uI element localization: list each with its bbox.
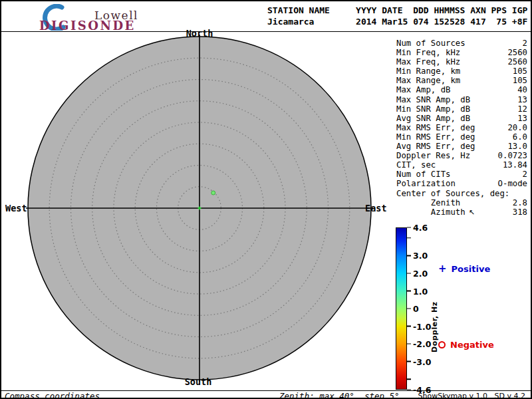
colorbar-tick-line <box>407 291 411 292</box>
colorbar-tick: 0 <box>407 304 419 314</box>
colorbar-tick-label: -2.0 <box>413 339 431 349</box>
legend-negative-label: Negative <box>450 340 494 350</box>
colorbar-tick: -3.0 <box>407 356 431 366</box>
colorbar-tick: -2.0 <box>407 339 431 349</box>
colorbar-tick-label: 3.0 <box>413 251 428 261</box>
info-row: Min RMS Err, deg 6.0 <box>396 132 527 142</box>
compass-label-west: West <box>5 203 27 213</box>
skymap-window: Lowell DIGISONDE STATION NAME YYYY DATE … <box>0 0 532 399</box>
colorbar-tick: 2.0 <box>407 269 428 279</box>
info-row: Avg SNR Amp, dB 13 <box>396 114 527 123</box>
info-row: Polarization O-mode <box>396 179 527 188</box>
colorbar-tick: 4.6 <box>407 223 428 233</box>
colorbar-tick: 1.0 <box>407 286 428 296</box>
station-header: STATION NAME YYYY DATE DDD HHMMSS AXN PP… <box>267 5 527 27</box>
legend-positive: + Positive <box>438 264 490 274</box>
colorbar-tick <box>407 378 413 380</box>
negative-symbol-icon <box>438 341 446 348</box>
colorbar-tick: -1.0 <box>407 321 431 331</box>
info-row: Min Freq, kHz 2560 <box>396 48 527 57</box>
info-row: Max Freq, kHz 2560 <box>396 57 527 66</box>
colorbar-tick-line <box>407 326 411 327</box>
compass-label-north: North <box>166 28 233 39</box>
colorbar-tick-line <box>407 237 411 239</box>
colorbar-tick-label: 2.0 <box>413 269 428 279</box>
info-row: Min SNR Amp, dB 12 <box>396 104 527 114</box>
colorbar-tick-line <box>407 308 411 309</box>
info-row: CIT, sec 13.84 <box>396 160 527 170</box>
colorbar-tick <box>407 237 413 239</box>
station-header-columns: STATION NAME YYYY DATE DDD HHMMSS AXN PP… <box>267 5 527 16</box>
legend-negative: Negative <box>438 340 494 350</box>
compass-label-east: East <box>365 203 387 213</box>
info-row: Zenith 2.8 <box>396 198 527 207</box>
info-row: Num of CITs 2 <box>396 170 527 179</box>
colorbar-tick-line <box>407 255 411 257</box>
colorbar-tick-line <box>407 378 411 380</box>
info-table: Num of Sources 2 Min Freq, kHz 2560 Max … <box>396 39 527 217</box>
lowell-digisonde-logo: Lowell DIGISONDE <box>1 1 168 31</box>
station-header-values: Jicamarca 2014 Mar15 074 152528 417 75 +… <box>267 16 527 27</box>
nw-arrow-icon: ↖ <box>469 208 475 217</box>
zenith-scale-label: Zenith: max 40° step 5° <box>279 391 400 399</box>
info-row: Max Range, km 105 <box>396 76 527 85</box>
source-marker-positive <box>211 191 215 195</box>
colorbar-tick-label: 4.6 <box>413 223 428 233</box>
colorbar-tick-line <box>407 227 411 228</box>
colorbar-tick: 3.0 <box>407 251 428 261</box>
colorbar-tick-line <box>407 343 411 344</box>
legend-positive-label: Positive <box>452 264 491 274</box>
compass-label-south: South <box>165 376 231 387</box>
colorbar-tick-label: 1.0 <box>413 286 428 296</box>
info-row: Max RMS Err, deg 20.0 <box>396 123 527 132</box>
colorbar-tick-label: -3.0 <box>413 356 431 366</box>
positive-symbol-icon: + <box>438 265 447 273</box>
info-row: Min Range, km 105 <box>396 66 527 76</box>
info-row: Azimuth ↖ 318 <box>396 207 527 217</box>
info-row: Center of Sources, deg: <box>396 189 527 198</box>
info-row: Avg RMS Err, deg 13.0 <box>396 142 527 151</box>
colorbar-tick-line <box>407 361 411 362</box>
colorbar-tick-label: 0 <box>413 304 419 314</box>
version-label: ShowSkymap v 1.0 SD v 4.2 <box>418 392 525 399</box>
info-row: Max SNR Amp, dB 13 <box>396 95 527 104</box>
logo-digisonde-text: DIGISONDE <box>39 19 136 33</box>
info-row: Max Amp, dB 40 <box>396 85 527 94</box>
info-row: Num of Sources 2 <box>396 39 527 48</box>
coordinate-system-label: Compass coordinates <box>5 391 100 399</box>
skymap-plot <box>1 31 394 390</box>
colorbar-tick-label: -1.0 <box>413 321 431 331</box>
info-row: Doppler Res, Hz 0.0723 <box>396 151 527 160</box>
colorbar-tick-line <box>407 273 411 274</box>
